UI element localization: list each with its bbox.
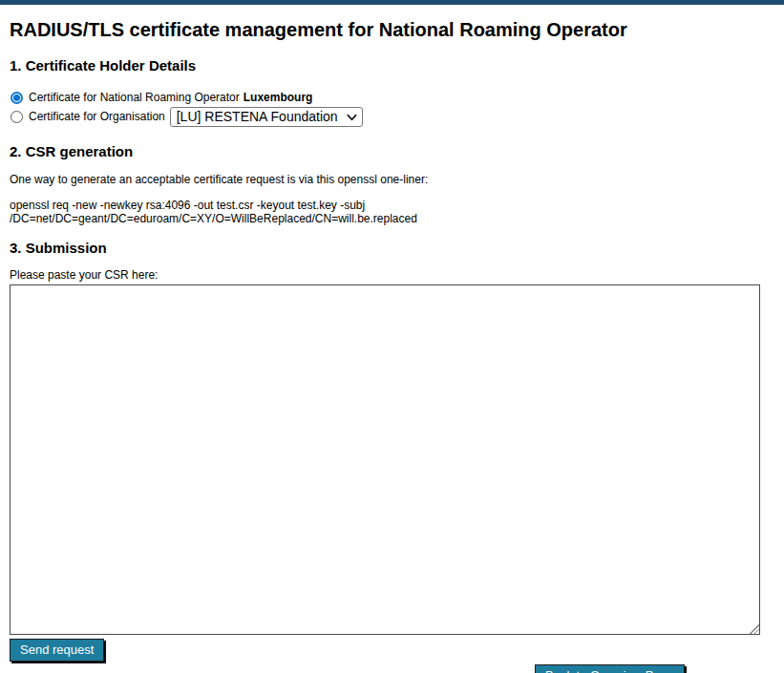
certificate-holder-options: Certificate for National Roaming Operato… — [10, 91, 774, 127]
send-request-button[interactable]: Send request — [10, 639, 104, 662]
page-title: RADIUS/TLS certificate management for Na… — [10, 18, 774, 41]
section-heading-csr-generation: 2. CSR generation — [10, 143, 774, 160]
csr-textarea[interactable] — [10, 284, 760, 635]
nro-radio-button[interactable] — [11, 92, 23, 104]
page-content: RADIUS/TLS certificate management for Na… — [0, 18, 784, 673]
nro-radio-row: Certificate for National Roaming Operato… — [10, 91, 774, 105]
nro-radio-label: Certificate for National Roaming Operato… — [29, 91, 240, 105]
csr-textarea-wrap — [10, 284, 760, 635]
section-heading-certificate-holder: 1. Certificate Holder Details — [10, 57, 774, 74]
org-radio-button[interactable] — [11, 111, 23, 123]
top-accent-bar — [0, 0, 784, 5]
nro-operator-name: Luxembourg — [244, 91, 313, 105]
org-radio-row: Certificate for Organisation [LU] RESTEN… — [10, 107, 774, 127]
openssl-command-text: openssl req -new -newkey rsa:4096 -out t… — [10, 199, 774, 225]
csr-intro-text: One way to generate an acceptable certif… — [10, 173, 774, 186]
org-radio-label: Certificate for Organisation — [29, 110, 165, 124]
csr-paste-label: Please paste your CSR here: — [10, 268, 774, 282]
back-button-row: Back to Overview Page — [10, 664, 774, 673]
section-heading-submission: 3. Submission — [10, 240, 774, 257]
send-button-row: Send request — [10, 639, 774, 662]
organisation-select[interactable]: [LU] RESTENA Foundation — [170, 107, 363, 127]
organisation-select-wrap: [LU] RESTENA Foundation — [170, 107, 363, 127]
back-to-overview-button[interactable]: Back to Overview Page — [535, 664, 685, 673]
